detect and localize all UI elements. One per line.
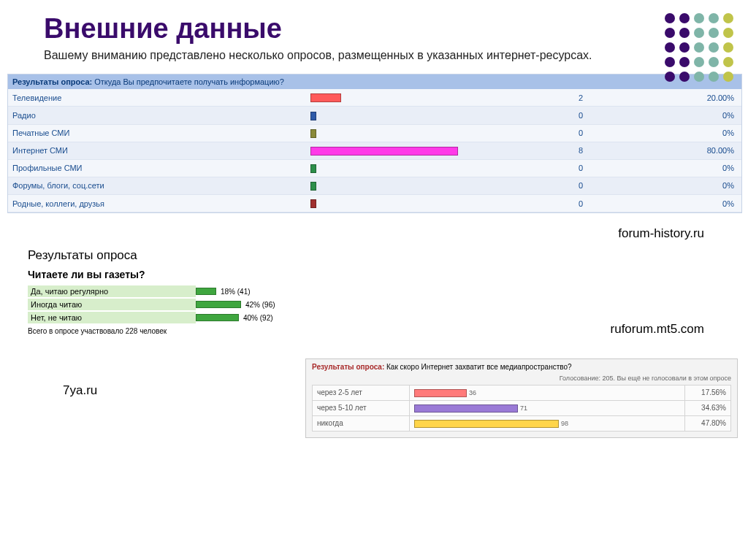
poll1-option-label: Печатные СМИ (8, 124, 306, 142)
poll2-option-label: Нет, не читаю (28, 312, 196, 323)
poll1-option-label: Радио (8, 107, 306, 124)
poll2-row: Да, читаю регулярно18% (41) (28, 285, 378, 298)
poll3-bar-cell: 98 (410, 415, 685, 431)
poll2-heading: Результаты опроса (28, 248, 378, 263)
poll1-percent: 0% (628, 177, 741, 194)
poll1-row: Профильные СМИ00% (8, 159, 741, 177)
poll2-question: Читаете ли вы газеты? (28, 269, 378, 280)
poll1-option-label: Интернет СМИ (8, 142, 306, 159)
poll1-option-label: Телевидение (8, 89, 306, 107)
poll1-row: Интернет СМИ880.00% (8, 142, 741, 159)
poll3-bar-cell: 36 (410, 386, 685, 401)
poll1-option-label: Родные, коллеги, друзья (8, 194, 306, 212)
poll3-row: через 2-5 лет3617.56% (313, 386, 731, 401)
poll1-row: Радио00% (8, 107, 741, 124)
poll3-option-label: никогда (313, 415, 410, 431)
poll3-count: 98 (561, 420, 568, 427)
poll3-bar-cell: 71 (410, 400, 685, 415)
poll2-value: 18% (41) (221, 288, 251, 296)
poll1-count: 2 (533, 89, 629, 107)
poll3-subheader: Голосование: 205. Вы ещё не голосовали в… (306, 375, 737, 385)
poll1-table: Телевидение220.00%Радио00%Печатные СМИ00… (8, 89, 741, 212)
poll1-header-label: Результаты опроса: (12, 77, 92, 86)
poll1-bar (310, 129, 316, 138)
poll3-source: 7ya.ru (63, 383, 282, 398)
poll1-percent: 0% (628, 107, 741, 124)
poll1-row: Родные, коллеги, друзья00% (8, 194, 741, 212)
poll3-bar (414, 420, 559, 428)
poll3-bar (414, 389, 467, 397)
poll3-option-label: через 2-5 лет (313, 386, 410, 401)
poll1-row: Телевидение220.00% (8, 89, 741, 107)
poll3-table: через 2-5 лет3617.56%через 5-10 лет7134.… (312, 385, 731, 431)
poll1-percent: 0% (628, 194, 741, 212)
poll1-percent: 80.00% (628, 142, 741, 159)
poll1-bar (310, 112, 316, 120)
poll2-bar (196, 301, 241, 308)
poll2-bar (196, 314, 239, 321)
poll3-row: через 5-10 лет7134.63% (313, 400, 731, 415)
poll1-row: Форумы, блоги, соц.сети00% (8, 177, 741, 194)
poll1-count: 0 (533, 124, 629, 142)
poll1-bar (310, 182, 316, 191)
poll1-count: 0 (533, 177, 629, 194)
poll1-header: Результаты опроса: Откуда Вы предпочитае… (8, 74, 741, 89)
poll3-row: никогда9847.80% (313, 415, 731, 431)
poll1-question: Откуда Вы предпочитаете получать информа… (94, 77, 284, 86)
poll1-percent: 0% (628, 124, 741, 142)
poll1-count: 0 (533, 107, 629, 124)
poll1-bar (310, 93, 341, 102)
poll1-bar (310, 199, 316, 208)
poll3-count: 71 (520, 404, 527, 412)
poll3-option-label: через 5-10 лет (313, 400, 410, 415)
page-subtitle: Вашему вниманию представлено несколько о… (44, 47, 668, 64)
poll1-percent: 0% (628, 159, 741, 177)
poll2-value: 40% (92) (243, 314, 273, 322)
poll3-header-label: Результаты опроса: (312, 363, 384, 371)
poll1-container: Результаты опроса: Откуда Вы предпочитае… (7, 74, 742, 213)
poll1-option-label: Профильные СМИ (8, 159, 306, 177)
poll2-option-label: Иногда читаю (28, 299, 196, 310)
poll2-bar (196, 288, 216, 295)
poll1-count: 0 (533, 159, 629, 177)
poll3-count: 36 (469, 389, 476, 396)
poll1-bar-cell (306, 107, 533, 124)
poll2-value: 42% (96) (245, 301, 275, 309)
poll3-question: Как скоро Интернет захватит все медиапро… (386, 363, 572, 371)
poll1-bar-cell (306, 142, 533, 159)
poll1-bar (310, 147, 458, 156)
poll3-container: Результаты опроса: Как скоро Интернет за… (305, 358, 738, 438)
poll1-source: forum-history.ru (0, 226, 704, 241)
page-title: Внешние данные (44, 13, 748, 45)
poll1-bar (310, 164, 316, 173)
poll1-option-label: Форумы, блоги, соц.сети (8, 177, 306, 194)
poll1-bar-cell (306, 177, 533, 194)
poll2-row: Иногда читаю42% (96) (28, 298, 378, 311)
poll2-option-label: Да, читаю регулярно (28, 285, 196, 297)
poll1-row: Печатные СМИ00% (8, 124, 741, 142)
poll1-bar-cell (306, 194, 533, 212)
poll3-header: Результаты опроса: Как скоро Интернет за… (306, 359, 737, 375)
poll1-bar-cell (306, 124, 533, 142)
poll3-percent: 47.80% (685, 415, 731, 431)
poll1-bar-cell (306, 159, 533, 177)
poll3-percent: 17.56% (685, 386, 731, 401)
poll3-percent: 34.63% (685, 400, 731, 415)
poll1-count: 0 (533, 194, 629, 212)
poll1-bar-cell (306, 89, 533, 107)
poll1-count: 8 (533, 142, 629, 159)
decorative-dots (665, 13, 735, 83)
poll1-percent: 20.00% (628, 89, 741, 107)
poll3-bar (414, 404, 518, 413)
